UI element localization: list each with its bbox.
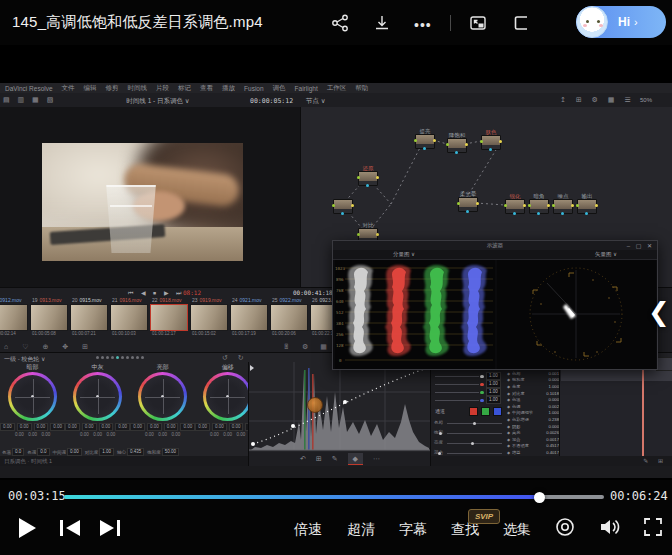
keyframe-track-row[interactable]: ◆ 色相 0.001	[507, 370, 559, 377]
wheel-value[interactable]: 0.00	[147, 423, 162, 431]
slider-handle[interactable]	[480, 375, 484, 379]
param-value[interactable]: 0.0	[12, 448, 24, 456]
scopes-titlebar[interactable]: 示波器	[333, 241, 657, 250]
parade-dropdown[interactable]: 分量图 ∨	[393, 251, 415, 258]
vectorscope-dropdown[interactable]: 矢量图 ∨	[595, 251, 617, 258]
wheel-value[interactable]: 0.00	[115, 423, 130, 431]
clip-thumbnail[interactable]	[110, 304, 148, 331]
wheel-value[interactable]: 0.00	[164, 423, 179, 431]
param-value[interactable]: 0.00	[67, 448, 82, 456]
clip-thumbnail[interactable]	[150, 304, 188, 331]
grade-parameter[interactable]: 中间调 0.00	[53, 448, 82, 456]
channel-value[interactable]: 1.00	[486, 396, 501, 404]
wheel-value[interactable]: 0.00	[65, 423, 80, 431]
color-wheel[interactable]	[73, 372, 122, 421]
curve-tool-icon[interactable]: ⊞	[316, 455, 322, 463]
danmaku-settings-icon[interactable]	[554, 516, 576, 538]
keyframe-track-row[interactable]: ◆ 高光 0.0026	[507, 429, 559, 436]
channel-color-swatch[interactable]	[469, 407, 478, 416]
grade-parameter[interactable]: 色调 0.0	[27, 448, 49, 456]
clip-thumbnail[interactable]	[30, 304, 68, 331]
channel-value[interactable]: 1.00	[486, 372, 501, 380]
seek-handle[interactable]	[534, 492, 545, 503]
channel-value[interactable]: 1.00	[486, 380, 501, 388]
channel-color-swatch[interactable]	[493, 407, 502, 416]
wheel-value[interactable]: 0.00	[99, 423, 114, 431]
keyframe-track-row[interactable]: ◆ 中间调细节 1.000	[507, 410, 559, 417]
pip-icon[interactable]	[468, 13, 488, 33]
curves-panel[interactable]: ↶ ⊞ ✎ ◆ ⋯	[248, 362, 431, 466]
color-wheel[interactable]	[203, 372, 252, 421]
quality-button[interactable]: 超清	[347, 521, 375, 539]
channel-slider-row[interactable]: 1.00	[433, 372, 503, 380]
wheel-value[interactable]: 0.00	[82, 423, 97, 431]
wheel-value[interactable]: 0.00	[229, 423, 244, 431]
grade-node[interactable]: 还原	[358, 171, 378, 186]
keyframe-timeline[interactable]	[559, 362, 672, 456]
palette-tab-dot[interactable]	[96, 356, 99, 359]
slider-handle[interactable]	[480, 383, 484, 387]
transport-controls[interactable]: ⏮ ◀ ⏹ ▶ ⏭	[128, 289, 185, 297]
clip-thumbnail[interactable]	[270, 304, 308, 331]
channel-slider-row[interactable]: 1.00	[433, 380, 503, 388]
palette-tab-dot[interactable]	[106, 356, 109, 359]
curve-tool-icon-active[interactable]: ◆	[348, 453, 363, 465]
more-icon[interactable]: •••	[414, 17, 434, 37]
param-value[interactable]: 0.435	[127, 448, 144, 456]
user-avatar-pill[interactable]: Hi ›	[576, 6, 666, 38]
timeline-clip[interactable]: 25 0922.mov 01:00:20:06	[270, 297, 308, 338]
palette-tab-dot[interactable]	[136, 356, 139, 359]
share-icon[interactable]	[330, 13, 350, 33]
video-frame[interactable]: DaVinci Resolve文件编辑修剪时间线片段标记查看播放Fusion调色…	[0, 45, 672, 480]
slider-handle[interactable]	[438, 452, 441, 455]
timeline-clip[interactable]: 24 0921.mov 01:00:17:19	[230, 297, 268, 338]
keyframe-track-row[interactable]: ◆ 混合 0.0017	[507, 436, 559, 443]
slider-handle[interactable]	[471, 442, 474, 445]
clip-tools-left[interactable]: ⌂ ♡ ⊕ ✥ ⊞	[4, 343, 94, 351]
palette-tab-dot[interactable]	[111, 356, 114, 359]
timeline-clip[interactable]: 20 0915.mov 01:00:07:21	[70, 297, 108, 338]
wheel-value[interactable]: 0.00	[34, 423, 49, 431]
grade-node[interactable]: 噪点	[553, 199, 573, 214]
curve-tool-icon[interactable]: ↶	[300, 455, 306, 463]
param-value[interactable]: 1.00	[99, 448, 114, 456]
keyframe-track-row[interactable]: ◆ 不透明度 0.4517	[507, 443, 559, 450]
grade-node[interactable]: 提亮	[415, 134, 435, 149]
wheel-value[interactable]: 0.00	[130, 423, 145, 431]
previous-video-button[interactable]	[58, 519, 80, 541]
timeline-clip[interactable]: 21 0916.mov 01:00:10:03	[110, 297, 148, 338]
palette-tab-dot[interactable]	[126, 356, 129, 359]
wheel-value[interactable]: 0.00	[212, 423, 227, 431]
nodes-toolbar-icons[interactable]: ↥ ⊞ ⚙ ▦ ☰	[560, 96, 635, 104]
palette-tab-dot[interactable]	[116, 356, 119, 359]
panel-tab[interactable]	[656, 357, 672, 371]
collapse-playlist-arrow[interactable]: ❮	[648, 297, 670, 328]
wheel-value[interactable]: 0.00	[50, 423, 65, 431]
wheel-value[interactable]: 0.00	[195, 423, 210, 431]
channel-slider-row[interactable]: 1.00	[433, 396, 503, 404]
keyframe-bottom-bar[interactable]: ✎ ⊞	[431, 456, 672, 466]
clip-thumbnail[interactable]	[0, 304, 28, 331]
grade-node[interactable]: 肤色	[481, 135, 501, 150]
palette-tab-dot[interactable]	[131, 356, 134, 359]
channel-value[interactable]: 1.00	[486, 388, 501, 396]
keyframe-track-row[interactable]: ◆ 色彩增强 0.238	[507, 416, 559, 423]
fullscreen-icon[interactable]	[642, 516, 664, 538]
keyframe-track-row[interactable]: ◆ 色调 0.002	[507, 403, 559, 410]
grade-node[interactable]	[333, 199, 353, 214]
grade-node[interactable]: 暗角	[529, 199, 549, 214]
color-wheel[interactable]	[138, 372, 187, 421]
subtitles-button[interactable]: 字幕	[399, 521, 427, 539]
wheel-inner[interactable]	[11, 375, 54, 418]
keyframe-track-row[interactable]: ◆ 亮度 1.000	[507, 383, 559, 390]
mini-window-icon[interactable]	[512, 13, 532, 33]
adjust-slider-row[interactable]: 饱和	[433, 428, 505, 438]
keyframe-track-row[interactable]: ◆ 增益 0.4017	[507, 449, 559, 456]
play-button[interactable]	[16, 516, 38, 538]
grade-parameter[interactable]: 饱和度 50.00	[147, 448, 179, 456]
speed-button[interactable]: 倍速	[294, 521, 322, 539]
grade-node[interactable]: 柔光晕	[458, 197, 478, 212]
scopes-window[interactable]: 示波器 – ▢ ✕ 分量图 ∨ 矢量图 ∨	[332, 240, 658, 370]
wheel-value[interactable]: 0.00	[180, 423, 195, 431]
param-value[interactable]: 50.00	[162, 448, 179, 456]
